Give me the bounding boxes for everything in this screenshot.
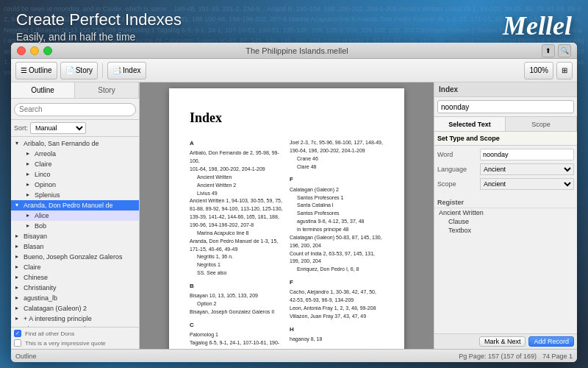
outline-item-enriquez[interactable]: ▸ + A interesting principle xyxy=(11,314,139,324)
outline-item-label: Aranda, Don Pedro Manuel de xyxy=(24,202,113,209)
outline-item-arreola[interactable]: ▸ Arreola xyxy=(11,149,139,159)
minimize-button[interactable] xyxy=(30,46,39,55)
index-sub: Crane 46 xyxy=(297,155,384,163)
panel-footer: ✓ Find all other Dons xyxy=(11,327,139,339)
outline-item-alice[interactable]: ▸ Alice xyxy=(11,210,139,221)
outline-icon: ☰ xyxy=(21,66,27,74)
expand-arrow-icon: ▸ xyxy=(15,294,21,301)
index-entry: Palomolog 1 xyxy=(190,331,284,339)
index-sub: Santa Catalina I xyxy=(297,202,384,210)
panel-tabs: Outline Story xyxy=(11,82,139,99)
outline-item-aranda[interactable]: ▾ Aranda, Don Pedro Manuel de xyxy=(11,200,139,210)
index-entry: 190-96, 194-196-202, 207-8 xyxy=(190,222,284,230)
index-search-area xyxy=(434,97,577,117)
index-entry: 199, 200, 204 xyxy=(290,258,384,266)
index-entry: 101-64, 198, 200-202, 204-1-209 xyxy=(190,166,284,174)
index-entry: Aribalo, Don Fernando de 2, 95-98, 99-10… xyxy=(190,149,284,166)
left-panel: Outline Story Sort: Manual Alphabetical … xyxy=(11,82,140,349)
outline-status: Outline xyxy=(15,353,37,360)
index-sub: Livius 49 xyxy=(197,190,284,198)
item-label: Textbox xyxy=(448,227,471,234)
index-search-input[interactable] xyxy=(437,100,574,113)
scope-select[interactable]: Ancient Clause Textbox xyxy=(480,178,574,190)
outline-item-claire[interactable]: ▸ Claire xyxy=(11,159,139,169)
outline-item-c-claire[interactable]: ▸ Claire xyxy=(11,262,139,272)
search-input[interactable] xyxy=(14,103,136,116)
zoom-btn[interactable]: 100% xyxy=(524,62,553,79)
mellel-logo: Mellel xyxy=(503,10,572,41)
outline-item-agustina[interactable]: ▸ agustina_lb xyxy=(11,293,139,303)
outline-item-label: Bob xyxy=(35,222,46,230)
mark-next-button[interactable]: Mark & Next xyxy=(479,336,526,347)
index-sub: SS. See also xyxy=(197,269,284,277)
outline-item-label: Claire xyxy=(24,263,41,271)
index-sub: Clare 48 xyxy=(297,163,384,171)
tab-scope[interactable]: Scope xyxy=(506,117,577,131)
outline-item-calatagan-galeon[interactable]: ▸ Calatagan (Galeon) 2 xyxy=(11,303,139,314)
page-status: Pg Page: 157 (157 of 169) xyxy=(459,353,537,360)
word-row: Word xyxy=(437,149,574,160)
expand-arrow-icon: ▸ xyxy=(15,263,21,270)
language-row: Language Ancient Modern xyxy=(437,163,574,175)
index-entry: Aranda, Don Pedro Manuel de 1-3, 15, xyxy=(190,238,284,246)
index-sub: Santos Profesores 1 xyxy=(297,194,384,202)
headline-block: Create Perfect Indexes Easily, and in ha… xyxy=(16,10,182,43)
toolbar: ☰ Outline 📄 Story 📑 Index 100% ⊞ xyxy=(11,59,577,82)
outline-item-bueno[interactable]: ▸ Bueno, Joseph Gonzalez Galeros xyxy=(11,252,139,262)
item-label: Ancient Written xyxy=(439,209,484,216)
add-record-button[interactable]: Add Record xyxy=(528,336,574,347)
document-area[interactable]: Index A Aribalo, Don Fernando de 2, 95-9… xyxy=(140,82,434,349)
share-icon[interactable]: ⬆ xyxy=(542,44,555,57)
index-entry: Calatagan (Galeon) 50-83, 87, 145, 130, xyxy=(290,234,384,242)
outline-item-label: Alice xyxy=(35,212,49,219)
outline-item-splenius[interactable]: ▸ Splenius xyxy=(11,190,139,200)
index-panel-item-ancient[interactable]: Ancient Written xyxy=(434,208,577,217)
word-input[interactable] xyxy=(480,149,574,160)
index-panel-item-textbox[interactable]: Textbox xyxy=(434,226,577,235)
index-panel-footer: Mark & Next Add Record xyxy=(434,333,577,349)
language-select[interactable]: Ancient Modern xyxy=(480,163,574,175)
outline-item-aribalo[interactable]: ▾ Aribalo, San Fernando de xyxy=(11,138,139,149)
view-btn[interactable]: ⊞ xyxy=(556,62,573,79)
toolbar-outline-btn[interactable]: ☰ Outline xyxy=(15,62,57,79)
footer-buttons: Mark & Next Add Record xyxy=(437,336,574,347)
outline-item-bob[interactable]: ▸ Bob xyxy=(11,221,139,231)
outline-item-label: Claire xyxy=(35,160,52,168)
item-label: Clause xyxy=(448,218,469,225)
index-entry: haganoy 8, 18 xyxy=(290,336,384,344)
index-entry: 196, 200, 204 xyxy=(290,242,384,250)
outline-item-linco[interactable]: ▸ Linco xyxy=(11,169,139,180)
outline-item-label: Arreola xyxy=(35,150,56,158)
story-icon: 📄 xyxy=(65,66,74,74)
search-icon[interactable]: 🔍 xyxy=(558,44,571,57)
toolbar-story-btn[interactable]: 📄 Story xyxy=(60,62,98,79)
sort-select[interactable]: Manual Alphabetical xyxy=(30,122,86,134)
toolbar-index-btn[interactable]: 📑 Index xyxy=(107,62,146,79)
index-panel-item-clause[interactable]: Clause xyxy=(434,217,577,226)
checkbox-all[interactable]: ✓ xyxy=(14,330,21,337)
outline-item-opinon[interactable]: ▸ Opinon xyxy=(11,180,139,190)
index-entry: Cacho, Alejandro 1, 30-38, 42, 47, 50, xyxy=(290,289,384,297)
checkbox-quote[interactable] xyxy=(14,339,21,347)
index-entry: Bisayan, Joseph Gonzalez Galeros II xyxy=(190,308,284,316)
tab-selected-text[interactable]: Selected Text xyxy=(434,117,506,131)
outline-item-chinese[interactable]: ▸ Chinese xyxy=(11,272,139,283)
expand-arrow-icon: ▸ xyxy=(26,222,32,229)
outline-item-label: + A interesting principle xyxy=(24,315,92,322)
outline-item-bisayan[interactable]: ▸ Bisayan xyxy=(11,231,139,241)
toolbar-separator xyxy=(102,63,103,78)
outline-item-label: Chinese xyxy=(24,274,48,281)
outline-item-label: Bisayan xyxy=(24,233,47,240)
outline-item-label: Bueno, Joseph Gonzalez Galeros xyxy=(24,253,123,261)
maximize-button[interactable] xyxy=(43,46,52,55)
index-entry: Bisayan 10, 13, 105, 133, 209 xyxy=(190,292,284,300)
outline-item-blasan[interactable]: ▸ Blasan xyxy=(11,241,139,252)
close-button[interactable] xyxy=(17,46,26,55)
tab-story[interactable]: Story xyxy=(75,82,139,98)
outline-item-christianity[interactable]: ▸ Christianity xyxy=(11,283,139,293)
tab-outline[interactable]: Outline xyxy=(11,82,75,98)
letter-h: H xyxy=(290,325,384,334)
index-sub: Ancient Written xyxy=(197,174,284,182)
index-entry: Count of India 2, 63-53, 97, 145, 131, xyxy=(290,250,384,258)
outline-item-label: Blasan xyxy=(24,243,44,250)
